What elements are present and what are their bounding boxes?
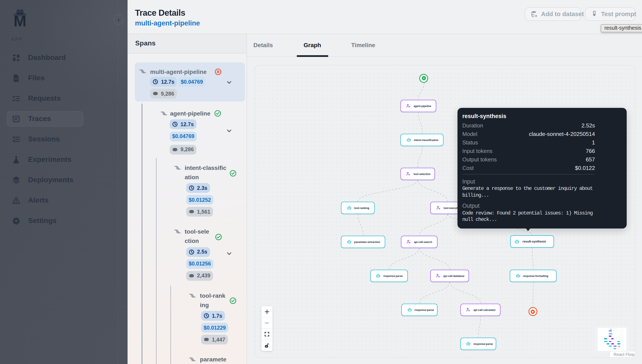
svg-text:M: M: [14, 12, 26, 28]
